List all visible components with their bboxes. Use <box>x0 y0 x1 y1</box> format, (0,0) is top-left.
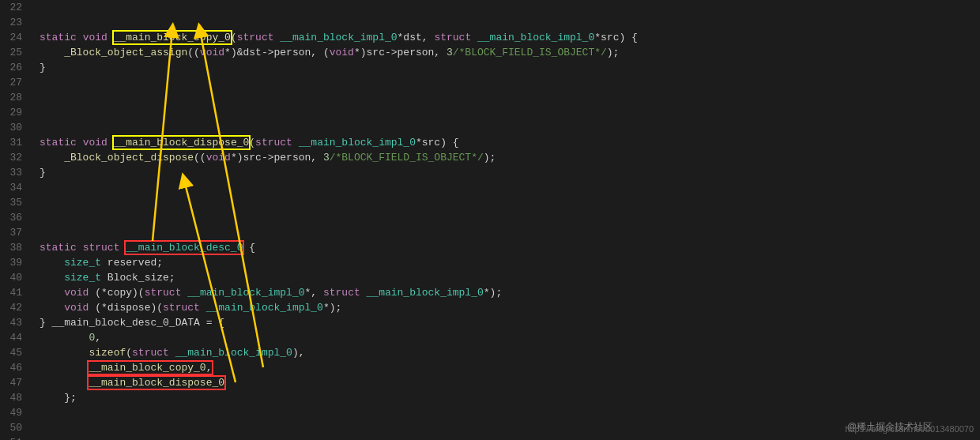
code-line-46: __main_block_copy_0, <box>40 360 980 375</box>
code-line-34 <box>40 180 980 195</box>
code-line-26: } <box>40 60 980 75</box>
code-content: static void __main_block_copy_0(struct _… <box>30 0 980 440</box>
code-line-37 <box>40 225 980 240</box>
code-line-49 <box>40 405 980 420</box>
code-line-32: _Block_object_dispose((void*)src->person… <box>40 150 980 165</box>
code-line-30 <box>40 120 980 135</box>
code-editor: 22 23 24 25 26 27 28 29 30 31 32 33 34 3… <box>0 0 980 440</box>
code-line-31: static void __main_block_dispose_0(struc… <box>40 135 980 150</box>
code-line-28 <box>40 90 980 105</box>
code-line-23 <box>40 15 980 30</box>
code-line-25: _Block_object_assign((void*)&dst->person… <box>40 45 980 60</box>
line-numbers: 22 23 24 25 26 27 28 29 30 31 32 33 34 3… <box>0 0 30 440</box>
code-line-33: } <box>40 165 980 180</box>
code-line-50 <box>40 420 980 435</box>
code-line-27 <box>40 75 980 90</box>
code-line-43: } __main_block_desc_0_DATA = { <box>40 315 980 330</box>
code-line-45: sizeof(struct __main_block_impl_0), <box>40 345 980 360</box>
code-line-36 <box>40 210 980 225</box>
code-line-40: size_t Block_size; <box>40 270 980 285</box>
code-line-51 <box>40 435 980 440</box>
url-bar: https://blog.csdn.net/u013480070 <box>845 424 974 434</box>
code-line-38: static struct __main_block_desc_0 { <box>40 240 980 255</box>
code-line-39: size_t reserved; <box>40 255 980 270</box>
code-line-47: __main_block_dispose_0 <box>40 375 980 390</box>
code-line-42: void (*dispose)(struct __main_block_impl… <box>40 300 980 315</box>
code-line-48: }; <box>40 390 980 405</box>
code-line-22 <box>40 0 980 15</box>
code-line-24: static void __main_block_copy_0(struct _… <box>40 30 980 45</box>
code-line-29 <box>40 105 980 120</box>
code-line-35 <box>40 195 980 210</box>
code-line-44: 0, <box>40 330 980 345</box>
code-line-41: void (*copy)(struct __main_block_impl_0*… <box>40 285 980 300</box>
